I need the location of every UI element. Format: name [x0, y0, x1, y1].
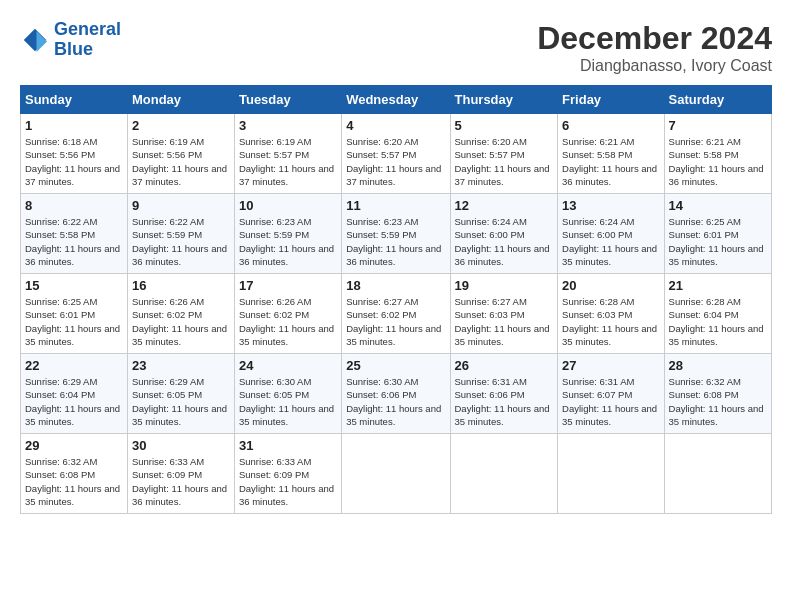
day-info: Sunrise: 6:29 AMSunset: 6:05 PMDaylight:…: [132, 375, 230, 428]
calendar-cell: 27 Sunrise: 6:31 AMSunset: 6:07 PMDaylig…: [558, 354, 664, 434]
calendar-cell: 29 Sunrise: 6:32 AMSunset: 6:08 PMDaylig…: [21, 434, 128, 514]
day-number: 21: [669, 278, 767, 293]
calendar-week-5: 29 Sunrise: 6:32 AMSunset: 6:08 PMDaylig…: [21, 434, 772, 514]
svg-marker-1: [37, 31, 48, 52]
day-info: Sunrise: 6:21 AMSunset: 5:58 PMDaylight:…: [669, 135, 767, 188]
month-title: December 2024: [537, 20, 772, 57]
calendar-cell: 12 Sunrise: 6:24 AMSunset: 6:00 PMDaylig…: [450, 194, 558, 274]
day-number: 10: [239, 198, 337, 213]
calendar-cell: 25 Sunrise: 6:30 AMSunset: 6:06 PMDaylig…: [342, 354, 450, 434]
calendar-cell: 5 Sunrise: 6:20 AMSunset: 5:57 PMDayligh…: [450, 114, 558, 194]
day-number: 1: [25, 118, 123, 133]
day-info: Sunrise: 6:18 AMSunset: 5:56 PMDaylight:…: [25, 135, 123, 188]
day-info: Sunrise: 6:21 AMSunset: 5:58 PMDaylight:…: [562, 135, 659, 188]
day-number: 25: [346, 358, 445, 373]
day-number: 20: [562, 278, 659, 293]
day-info: Sunrise: 6:23 AMSunset: 5:59 PMDaylight:…: [346, 215, 445, 268]
calendar-header-sunday: Sunday: [21, 86, 128, 114]
title-area: December 2024 Diangbanasso, Ivory Coast: [537, 20, 772, 75]
calendar-cell: 13 Sunrise: 6:24 AMSunset: 6:00 PMDaylig…: [558, 194, 664, 274]
day-info: Sunrise: 6:33 AMSunset: 6:09 PMDaylight:…: [132, 455, 230, 508]
calendar-cell: 20 Sunrise: 6:28 AMSunset: 6:03 PMDaylig…: [558, 274, 664, 354]
day-info: Sunrise: 6:20 AMSunset: 5:57 PMDaylight:…: [455, 135, 554, 188]
day-number: 15: [25, 278, 123, 293]
calendar-week-2: 8 Sunrise: 6:22 AMSunset: 5:58 PMDayligh…: [21, 194, 772, 274]
calendar-cell: 22 Sunrise: 6:29 AMSunset: 6:04 PMDaylig…: [21, 354, 128, 434]
calendar-cell: [664, 434, 771, 514]
day-info: Sunrise: 6:30 AMSunset: 6:05 PMDaylight:…: [239, 375, 337, 428]
day-number: 27: [562, 358, 659, 373]
day-number: 14: [669, 198, 767, 213]
day-info: Sunrise: 6:31 AMSunset: 6:07 PMDaylight:…: [562, 375, 659, 428]
day-info: Sunrise: 6:23 AMSunset: 5:59 PMDaylight:…: [239, 215, 337, 268]
calendar-cell: 16 Sunrise: 6:26 AMSunset: 6:02 PMDaylig…: [127, 274, 234, 354]
day-number: 24: [239, 358, 337, 373]
day-info: Sunrise: 6:32 AMSunset: 6:08 PMDaylight:…: [25, 455, 123, 508]
calendar-header-monday: Monday: [127, 86, 234, 114]
day-number: 8: [25, 198, 123, 213]
day-number: 18: [346, 278, 445, 293]
day-number: 17: [239, 278, 337, 293]
calendar-cell: 2 Sunrise: 6:19 AMSunset: 5:56 PMDayligh…: [127, 114, 234, 194]
day-info: Sunrise: 6:22 AMSunset: 5:59 PMDaylight:…: [132, 215, 230, 268]
day-number: 31: [239, 438, 337, 453]
logo-line2: Blue: [54, 39, 93, 59]
day-number: 4: [346, 118, 445, 133]
day-number: 19: [455, 278, 554, 293]
calendar-week-1: 1 Sunrise: 6:18 AMSunset: 5:56 PMDayligh…: [21, 114, 772, 194]
day-info: Sunrise: 6:19 AMSunset: 5:56 PMDaylight:…: [132, 135, 230, 188]
calendar-cell: 9 Sunrise: 6:22 AMSunset: 5:59 PMDayligh…: [127, 194, 234, 274]
day-info: Sunrise: 6:19 AMSunset: 5:57 PMDaylight:…: [239, 135, 337, 188]
day-info: Sunrise: 6:25 AMSunset: 6:01 PMDaylight:…: [669, 215, 767, 268]
day-info: Sunrise: 6:27 AMSunset: 6:02 PMDaylight:…: [346, 295, 445, 348]
header: General Blue December 2024 Diangbanasso,…: [20, 20, 772, 75]
calendar-cell: 4 Sunrise: 6:20 AMSunset: 5:57 PMDayligh…: [342, 114, 450, 194]
calendar-cell: 26 Sunrise: 6:31 AMSunset: 6:06 PMDaylig…: [450, 354, 558, 434]
calendar-cell: 28 Sunrise: 6:32 AMSunset: 6:08 PMDaylig…: [664, 354, 771, 434]
location-title: Diangbanasso, Ivory Coast: [537, 57, 772, 75]
day-info: Sunrise: 6:20 AMSunset: 5:57 PMDaylight:…: [346, 135, 445, 188]
calendar-cell: 31 Sunrise: 6:33 AMSunset: 6:09 PMDaylig…: [234, 434, 341, 514]
day-info: Sunrise: 6:28 AMSunset: 6:03 PMDaylight:…: [562, 295, 659, 348]
calendar-cell: 8 Sunrise: 6:22 AMSunset: 5:58 PMDayligh…: [21, 194, 128, 274]
day-number: 6: [562, 118, 659, 133]
calendar-header-tuesday: Tuesday: [234, 86, 341, 114]
calendar-cell: 24 Sunrise: 6:30 AMSunset: 6:05 PMDaylig…: [234, 354, 341, 434]
day-info: Sunrise: 6:33 AMSunset: 6:09 PMDaylight:…: [239, 455, 337, 508]
day-number: 26: [455, 358, 554, 373]
calendar-cell: 11 Sunrise: 6:23 AMSunset: 5:59 PMDaylig…: [342, 194, 450, 274]
day-number: 30: [132, 438, 230, 453]
calendar-header-row: SundayMondayTuesdayWednesdayThursdayFrid…: [21, 86, 772, 114]
calendar-cell: 18 Sunrise: 6:27 AMSunset: 6:02 PMDaylig…: [342, 274, 450, 354]
calendar-week-3: 15 Sunrise: 6:25 AMSunset: 6:01 PMDaylig…: [21, 274, 772, 354]
logo: General Blue: [20, 20, 121, 60]
calendar-cell: 3 Sunrise: 6:19 AMSunset: 5:57 PMDayligh…: [234, 114, 341, 194]
calendar-cell: 1 Sunrise: 6:18 AMSunset: 5:56 PMDayligh…: [21, 114, 128, 194]
day-number: 16: [132, 278, 230, 293]
day-info: Sunrise: 6:24 AMSunset: 6:00 PMDaylight:…: [562, 215, 659, 268]
day-info: Sunrise: 6:29 AMSunset: 6:04 PMDaylight:…: [25, 375, 123, 428]
day-info: Sunrise: 6:22 AMSunset: 5:58 PMDaylight:…: [25, 215, 123, 268]
day-info: Sunrise: 6:28 AMSunset: 6:04 PMDaylight:…: [669, 295, 767, 348]
calendar-cell: 21 Sunrise: 6:28 AMSunset: 6:04 PMDaylig…: [664, 274, 771, 354]
day-info: Sunrise: 6:27 AMSunset: 6:03 PMDaylight:…: [455, 295, 554, 348]
calendar-cell: 19 Sunrise: 6:27 AMSunset: 6:03 PMDaylig…: [450, 274, 558, 354]
day-info: Sunrise: 6:24 AMSunset: 6:00 PMDaylight:…: [455, 215, 554, 268]
day-number: 2: [132, 118, 230, 133]
day-number: 9: [132, 198, 230, 213]
day-number: 29: [25, 438, 123, 453]
calendar-cell: [558, 434, 664, 514]
day-number: 11: [346, 198, 445, 213]
day-info: Sunrise: 6:25 AMSunset: 6:01 PMDaylight:…: [25, 295, 123, 348]
day-number: 5: [455, 118, 554, 133]
day-info: Sunrise: 6:26 AMSunset: 6:02 PMDaylight:…: [132, 295, 230, 348]
logo-icon: [20, 25, 50, 55]
calendar-cell: [342, 434, 450, 514]
day-number: 7: [669, 118, 767, 133]
day-info: Sunrise: 6:30 AMSunset: 6:06 PMDaylight:…: [346, 375, 445, 428]
day-info: Sunrise: 6:26 AMSunset: 6:02 PMDaylight:…: [239, 295, 337, 348]
logo-text: General Blue: [54, 20, 121, 60]
calendar-header-wednesday: Wednesday: [342, 86, 450, 114]
calendar-header-friday: Friday: [558, 86, 664, 114]
calendar-week-4: 22 Sunrise: 6:29 AMSunset: 6:04 PMDaylig…: [21, 354, 772, 434]
